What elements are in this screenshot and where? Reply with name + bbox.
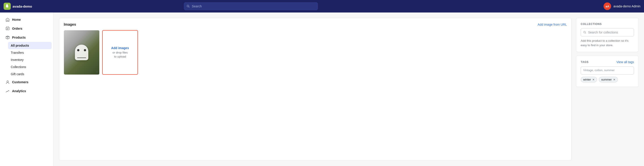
sidebar-products-label: Products <box>12 36 26 39</box>
view-all-tags-link[interactable]: View all tags <box>616 60 634 64</box>
svg-point-0 <box>187 5 189 7</box>
collections-search-wrap[interactable] <box>581 28 634 36</box>
tag-remove-winter[interactable]: ✕ <box>592 78 594 81</box>
product-image-thumb[interactable]: ⌕ <box>64 30 100 75</box>
sidebar-item-products[interactable]: Products <box>2 33 52 42</box>
collections-search-input[interactable] <box>588 30 632 34</box>
global-search[interactable] <box>184 2 318 10</box>
images-grid: ⌕ Add images or drop files to upload <box>64 30 567 75</box>
tag-chip-summer: summer ✕ <box>599 77 618 82</box>
inventory-label: Inventory <box>11 58 24 62</box>
collections-label: Collections <box>11 65 26 69</box>
sidebar-item-customers[interactable]: Customers <box>2 78 52 87</box>
right-panel: COLLECTIONS Add this product to a collec… <box>576 18 639 161</box>
image-zoom-icon: ⌕ <box>96 70 98 73</box>
sidebar: Home Orders Products <box>0 12 54 166</box>
collections-search-icon <box>583 31 586 34</box>
tag-chip-winter: winter ✕ <box>581 77 597 82</box>
sidebar-item-collections[interactable]: Collections <box>8 63 52 70</box>
tag-label-summer: summer <box>601 78 612 81</box>
tag-label-winter: winter <box>583 78 591 81</box>
all-products-label: All products <box>11 44 29 47</box>
search-icon <box>186 4 190 8</box>
home-icon <box>5 17 10 22</box>
upload-title: Add images <box>111 46 129 50</box>
tags-list: winter ✕ summer ✕ <box>581 77 634 82</box>
avatar[interactable]: aA <box>604 2 611 10</box>
sidebar-products-submenu: All products Transfers Inventory Collect… <box>8 42 54 78</box>
sidebar-analytics-label: Analytics <box>12 89 26 93</box>
svg-point-3 <box>584 31 586 33</box>
customers-icon <box>5 80 10 84</box>
shopify-icon <box>4 3 11 10</box>
tags-card: TAGS View all tags Vintage, cotton, summ… <box>576 56 639 87</box>
sidebar-item-gift-cards[interactable]: Gift cards <box>8 70 52 78</box>
sidebar-item-home[interactable]: Home <box>2 15 52 24</box>
tags-header: TAGS View all tags <box>581 60 634 64</box>
top-navigation: avada-demo aA avada-demo Admin <box>0 0 644 12</box>
transfers-label: Transfers <box>11 51 24 54</box>
sidebar-home-label: Home <box>12 18 21 21</box>
topnav-right: aA avada-demo Admin <box>604 2 640 10</box>
tag-remove-summer[interactable]: ✕ <box>613 78 616 81</box>
sidebar-orders-label: Orders <box>12 27 22 30</box>
brand-name: avada-demo <box>12 4 32 8</box>
sidebar-item-all-products[interactable]: All products <box>8 42 52 49</box>
images-card-header: Images Add image from URL <box>64 22 567 26</box>
tags-input-placeholder: Vintage, cotton, summer <box>583 68 615 72</box>
collections-card: COLLECTIONS Add this product to a collec… <box>576 18 639 52</box>
upload-subtitle: or drop files to upload <box>112 51 128 59</box>
gift-cards-label: Gift cards <box>11 72 24 76</box>
brand-logo[interactable]: avada-demo <box>4 3 39 10</box>
images-card: Images Add image from URL ⌕ <box>59 18 572 161</box>
main-content: Images Add image from URL ⌕ <box>54 12 644 166</box>
search-input[interactable] <box>192 4 316 8</box>
sidebar-item-analytics[interactable]: Analytics <box>2 87 52 96</box>
add-image-url-link[interactable]: Add image from URL <box>538 23 567 26</box>
orders-icon <box>5 26 10 31</box>
sidebar-customers-label: Customers <box>12 80 28 84</box>
products-icon <box>5 35 10 40</box>
svg-point-2 <box>7 81 8 82</box>
sidebar-item-transfers[interactable]: Transfers <box>8 49 52 56</box>
username-label: avada-demo Admin <box>613 4 640 8</box>
sidebar-item-orders[interactable]: Orders <box>2 24 52 33</box>
upload-drop-zone[interactable]: Add images or drop files to upload <box>102 30 138 75</box>
analytics-icon <box>5 89 10 93</box>
tags-input[interactable]: Vintage, cotton, summer <box>581 66 634 75</box>
collections-hint: Add this product to a collection so it's… <box>581 39 634 47</box>
sidebar-item-inventory[interactable]: Inventory <box>8 56 52 63</box>
collections-section-label: COLLECTIONS <box>581 22 634 26</box>
images-card-title: Images <box>64 22 76 26</box>
tags-section-label: TAGS <box>581 60 588 64</box>
